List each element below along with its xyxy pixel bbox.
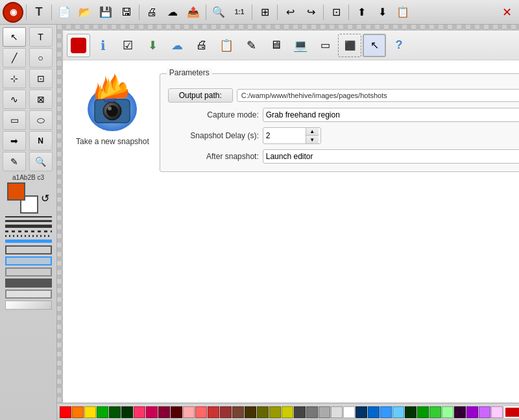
color-swatch[interactable]	[269, 406, 281, 418]
color-swatch[interactable]	[245, 406, 256, 418]
color-swatch[interactable]	[479, 406, 490, 418]
window-btn[interactable]: ▭	[313, 34, 337, 57]
save-btn[interactable]: 💾	[96, 3, 115, 22]
upload-btn[interactable]: ☁	[163, 3, 182, 22]
box-style-5[interactable]	[5, 290, 52, 299]
rect-select-tool[interactable]: ⊡	[29, 69, 53, 88]
color-swatch[interactable]	[405, 406, 416, 418]
new-file-btn[interactable]: 📄	[54, 3, 74, 22]
color-swatch[interactable]	[368, 406, 380, 418]
color-swatch[interactable]	[491, 406, 503, 418]
color-swatch[interactable]	[392, 406, 404, 418]
capture-mode-select[interactable]: Grab freehand region Full screen Active …	[263, 108, 519, 122]
node-tool[interactable]: ⊹	[3, 69, 26, 88]
snapshot-delay-input[interactable]: 2	[263, 129, 306, 142]
pencil-btn[interactable]: ✎	[239, 34, 263, 57]
color-swatch[interactable]	[282, 406, 293, 418]
print-btn[interactable]: 🖨	[142, 3, 162, 22]
cursor-capture-btn[interactable]: ↖	[363, 34, 386, 57]
color-swatch[interactable]	[442, 406, 453, 418]
printer-btn[interactable]: 🖨	[190, 34, 213, 57]
stop-btn[interactable]	[67, 34, 90, 57]
save-as-btn[interactable]: 🖫	[117, 3, 136, 22]
info-btn[interactable]: ℹ	[91, 34, 115, 57]
checklist-btn[interactable]: ☑	[116, 34, 139, 57]
color-swatch[interactable]	[134, 406, 145, 418]
color-swatch[interactable]	[60, 406, 71, 418]
box-style-1[interactable]	[5, 245, 52, 254]
fg-color[interactable]	[7, 182, 25, 201]
cloud-btn[interactable]: ☁	[165, 34, 189, 57]
line-style-thin[interactable]	[5, 216, 52, 217]
color-swatch[interactable]	[158, 406, 170, 418]
color-swatch[interactable]	[380, 406, 392, 418]
open-file-btn[interactable]: 📂	[75, 3, 95, 22]
color-swatch[interactable]	[454, 406, 466, 418]
box-style-selected[interactable]	[5, 256, 52, 266]
box-style-6[interactable]	[5, 301, 52, 310]
cursor-tool[interactable]: ↖	[3, 27, 26, 47]
numbering-tool[interactable]: N	[29, 131, 53, 151]
clipboard-btn[interactable]: 📋	[215, 34, 238, 57]
color-swatch[interactable]	[208, 406, 219, 418]
app-menu-button[interactable]: ◉	[3, 2, 23, 23]
canvas-scroll-area[interactable]: ℹ ☑ ⬇ ☁ 🖨 📋 ✎ 🖥	[57, 25, 519, 403]
color-swatch[interactable]	[294, 406, 306, 418]
output-path-btn[interactable]: Output path:	[168, 88, 233, 103]
color-swatch[interactable]	[109, 406, 121, 418]
text-tool[interactable]: T	[29, 27, 53, 47]
close-btn[interactable]: ✕	[497, 3, 516, 22]
move-up-btn[interactable]: ⬆	[352, 3, 371, 22]
color-swatch[interactable]	[343, 406, 355, 418]
line-style-thick[interactable]	[5, 225, 52, 228]
oval-tool[interactable]: ○	[29, 48, 53, 68]
color-swatch[interactable]	[84, 406, 96, 418]
line-style-medium[interactable]	[5, 220, 52, 222]
rect-tool[interactable]: ▭	[3, 110, 26, 130]
line-tool[interactable]: ╱	[3, 48, 26, 68]
send-btn[interactable]: 📤	[184, 3, 203, 22]
arrow-tool[interactable]: ➡	[3, 131, 26, 151]
color-swatch[interactable]	[97, 406, 108, 418]
spinner-down-btn[interactable]: ▼	[306, 136, 319, 143]
color-swatch[interactable]	[319, 406, 330, 418]
color-swatch[interactable]	[356, 406, 367, 418]
line-style-dashed[interactable]	[5, 230, 52, 232]
pen-tool[interactable]: ✎	[3, 152, 26, 171]
line-style-dotted[interactable]	[5, 235, 52, 237]
undo-btn[interactable]: ↩	[280, 3, 300, 22]
color-swatch[interactable]	[232, 406, 244, 418]
color-swatch[interactable]	[331, 406, 343, 418]
help-btn[interactable]: ?	[387, 34, 411, 57]
color-swatch[interactable]	[171, 406, 182, 418]
arrow-down-btn[interactable]: ⬇	[141, 34, 164, 57]
after-snapshot-select[interactable]: Launch editor Copy to clipboard Save to …	[263, 149, 519, 164]
redo-btn[interactable]: ↪	[301, 3, 320, 22]
color-swatch[interactable]	[195, 406, 207, 418]
color-swatch[interactable]	[429, 406, 441, 418]
copy-btn[interactable]: 📋	[393, 3, 413, 22]
box-style-4[interactable]	[5, 278, 52, 288]
monitor1-btn[interactable]: 🖥	[264, 34, 287, 57]
spinner-up-btn[interactable]: ▲	[306, 128, 319, 136]
magnifier-tool[interactable]: 🔍	[29, 152, 53, 171]
crop-tool[interactable]: ⊠	[29, 90, 53, 109]
color-swatch[interactable]	[466, 406, 478, 418]
monitor2-btn[interactable]: 💻	[289, 34, 312, 57]
zoom-1-1-btn[interactable]: 1:1	[230, 3, 249, 22]
color-swatch[interactable]	[417, 406, 429, 418]
move-down-btn[interactable]: ⬇	[372, 3, 392, 22]
color-swatch[interactable]	[306, 406, 318, 418]
text-tool-btn[interactable]: T	[29, 3, 49, 22]
curve-tool[interactable]: ∿	[3, 90, 26, 109]
color-swatch[interactable]	[183, 406, 195, 418]
color-swatch[interactable]	[72, 406, 84, 418]
zoom-btn[interactable]: 🔍	[209, 3, 228, 22]
color-swatch[interactable]	[146, 406, 158, 418]
swap-colors-btn[interactable]: ↺	[41, 192, 49, 204]
color-swatch-red-outline[interactable]	[504, 406, 519, 418]
capture-btn[interactable]: ⊞	[255, 3, 274, 22]
color-picker[interactable]	[7, 182, 38, 214]
ellipse-tool[interactable]: ⬭	[29, 110, 53, 130]
grab-btn[interactable]: ⊡	[326, 3, 346, 22]
